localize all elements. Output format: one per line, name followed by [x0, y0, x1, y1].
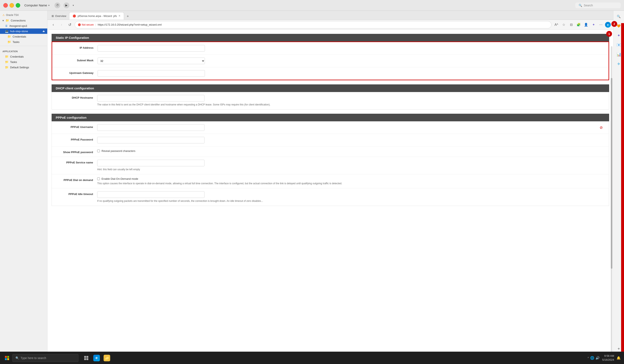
show-pppoe-password-control: Reveal password characters	[97, 149, 605, 153]
svg-rect-4	[84, 356, 86, 358]
folder-app-creds-icon: 📁	[5, 55, 8, 58]
close-button[interactable]	[3, 3, 8, 8]
pppoe-idle-timeout-row: PPPoE Idle timeout If no qualifying outg…	[52, 188, 609, 206]
title-search[interactable]: 🔍 Search	[575, 2, 621, 8]
sidebar-item-vps3[interactable]: 🖥 ihoogend-vps3	[0, 23, 47, 28]
volume-icon[interactable]: 🔊	[596, 356, 600, 360]
eject-icon[interactable]: ⏏	[43, 30, 45, 33]
pppoe-username-input-wrapper: ⊘	[97, 124, 605, 131]
maximize-button[interactable]	[16, 3, 20, 8]
taskbar-task-view[interactable]	[82, 354, 91, 363]
collapse-icon: ▾	[2, 19, 4, 22]
upstream-gateway-control	[98, 70, 604, 77]
pppoe-username-label: PPPoE Username	[56, 124, 97, 129]
show-pppoe-password-label: Show PPPoE password	[56, 149, 97, 154]
taskbar-search[interactable]: 🔍 Type here to search	[12, 354, 78, 362]
default-settings-label: Default Settings	[10, 66, 29, 69]
copilot-button[interactable]: ✦	[590, 22, 597, 28]
ip-address-control	[98, 45, 604, 52]
ip-address-input[interactable]	[98, 45, 205, 52]
minimize-button[interactable]	[9, 3, 14, 8]
sidebar-item-default-settings[interactable]: 📁 Default Settings	[0, 65, 47, 70]
browser-area: ⊞ Overview 🔴 pfSense.home.arpa - Wizard:…	[48, 11, 613, 364]
scrollbar-thumb[interactable]	[611, 78, 612, 269]
reveal-password-checkbox[interactable]	[97, 150, 100, 152]
red-scrollbar-bar	[621, 23, 624, 364]
pppoe-password-label: PPPoE Password	[56, 137, 97, 141]
scrollbar-track[interactable]	[611, 46, 612, 364]
page-content-wrapper: Static IP Configuration IP Address	[48, 30, 613, 364]
dhcp-hostname-control: The value in this field is sent as the D…	[97, 95, 605, 106]
pppoe-dial-demand-hint: This option causes the interface to oper…	[97, 182, 605, 185]
static-ip-header: Static IP Configuration	[52, 34, 609, 42]
edge-search-button[interactable]: 🔍	[615, 12, 623, 21]
tasks-app-label: Tasks	[10, 60, 17, 64]
address-bar[interactable]: 🔴 Not secure | https://172.16.0.20/wizar…	[75, 21, 551, 28]
new-tab-button[interactable]: +	[124, 13, 131, 20]
reveal-password-label: Reveal password characters	[102, 149, 135, 153]
dhcp-hostname-input[interactable]	[97, 95, 205, 102]
subnet-mask-label: Subnet Mask	[56, 57, 98, 62]
split-screen-button[interactable]: ⊟	[568, 22, 574, 28]
notification-icon[interactable]: 🔔	[617, 356, 621, 360]
application-section-label: Application	[0, 49, 47, 54]
search-icon: 🔍	[579, 4, 582, 7]
pfsense-content: Static IP Configuration IP Address	[48, 34, 613, 214]
search-placeholder: Search	[584, 4, 593, 7]
pppoe-service-name-label: PPPoE Service name	[56, 160, 97, 164]
pppoe-username-input[interactable]	[97, 124, 205, 131]
computer-icon: 💻	[5, 29, 8, 33]
extensions-button[interactable]: 🧩	[575, 22, 582, 28]
tab-overview[interactable]: ⊞ Overview	[49, 12, 69, 20]
pppoe-password-control	[97, 137, 605, 143]
dial-demand-checkbox[interactable]	[97, 178, 100, 180]
folder-default-icon: 📁	[5, 66, 8, 69]
pppoe-service-name-input[interactable]	[97, 160, 205, 166]
sidebar-item-credentials-conn[interactable]: 📁 Credentials	[0, 34, 47, 39]
vps3-label: ihoogend-vps3	[9, 24, 27, 27]
pppoe-idle-timeout-input[interactable]	[97, 191, 205, 198]
forward-button: ›	[58, 22, 65, 28]
read-mode-button[interactable]: Aᴬ	[553, 22, 560, 28]
pppoe-section: PPPoE configuration PPPoE Username ⊘	[52, 114, 609, 206]
svg-rect-0	[5, 356, 7, 358]
profile-button[interactable]: 👤	[583, 22, 589, 28]
pppoe-password-input[interactable]	[97, 137, 205, 143]
svg-rect-5	[86, 356, 88, 358]
tasks-conn-label: Tasks	[13, 40, 19, 44]
time-label: 9:58 AM	[602, 354, 614, 358]
pppoe-dial-demand-control: Enable Dial-On-Demand mode This option c…	[97, 177, 605, 185]
sidebar-item-tasks-conn[interactable]: 📁 Tasks	[0, 39, 47, 45]
oracle-tsx-header: ⚠ Oracle TSX	[0, 12, 47, 18]
tab-pfsense[interactable]: 🔴 pfSense.home.arpa - Wizard: pfs ✕	[69, 12, 124, 20]
ip-address-label: IP Address	[56, 45, 98, 49]
pppoe-password-row: PPPoE Password	[52, 134, 609, 147]
favorites-button[interactable]: ☆	[560, 22, 567, 28]
show-pppoe-password-row: Show PPPoE password Reveal password char…	[52, 147, 609, 157]
play-icon[interactable]: ▶	[64, 2, 69, 8]
dial-demand-checkbox-row: Enable Dial-On-Demand mode	[97, 177, 605, 180]
pppoe-body: PPPoE Username ⊘ PPPoE Pa	[52, 121, 609, 206]
network-icon[interactable]: 🌐	[590, 356, 594, 360]
taskbar-time[interactable]: 9:58 AM 5/16/2024	[602, 354, 614, 362]
refresh-button[interactable]: ↺	[66, 22, 73, 28]
sidebar-item-hub[interactable]: 💻 hub-step-stone ⏏	[0, 28, 47, 34]
upstream-gateway-input[interactable]	[98, 70, 205, 77]
sidebar-item-credentials-app[interactable]: 📁 Credentials	[0, 54, 47, 59]
back-button[interactable]: ‹	[50, 22, 56, 28]
history-icon[interactable]: ⏱	[54, 2, 60, 8]
sidebar-connections-header[interactable]: ▾ 📁 Connections	[0, 18, 47, 23]
upstream-gateway-row: Upstream Gateway	[52, 67, 609, 80]
taskbar-edge[interactable]: e	[92, 354, 101, 363]
sidebar-item-tasks-app[interactable]: 📁 Tasks	[0, 59, 47, 65]
svg-rect-6	[84, 358, 86, 360]
taskbar-explorer[interactable]: 📁	[102, 354, 111, 363]
tab-close-icon[interactable]: ✕	[118, 14, 121, 17]
pppoe-dial-demand-row: PPPoE Dial on demand Enable Dial-On-Dema…	[52, 174, 609, 188]
subnet-mask-select[interactable]: 32 31302928 27262524 168	[98, 57, 205, 64]
not-secure-indicator: 🔴 Not secure	[78, 23, 94, 26]
play-chevron-icon: ▾	[73, 4, 74, 7]
start-button[interactable]	[3, 354, 11, 362]
tray-chevron[interactable]: ^	[588, 356, 589, 360]
more-button[interactable]: ⋯	[598, 22, 604, 28]
